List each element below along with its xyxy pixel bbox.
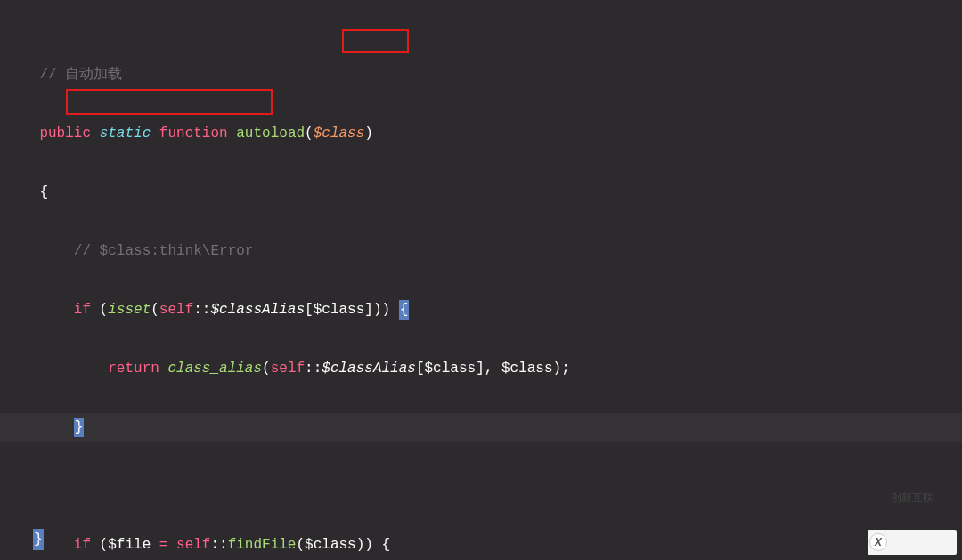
- watermark: X 创新互联 CHUANG XIN HU LIAN: [868, 530, 957, 555]
- bracket-highlight: }: [74, 418, 85, 437]
- code-line: // 自动加载: [0, 61, 962, 90]
- watermark-text: 创新互联: [891, 492, 955, 504]
- annotation-box: [342, 29, 409, 53]
- watermark-logo-icon: X: [869, 533, 887, 551]
- bracket-highlight: {: [399, 300, 410, 320]
- code-line: // $class:think\Error: [0, 237, 962, 266]
- comment: // 自动加载: [39, 67, 122, 83]
- code-line: public static function autoload($class): [0, 119, 962, 149]
- bracket-highlight: }: [33, 529, 44, 550]
- code-line: if (isset(self::$classAlias[$class])) {: [0, 296, 962, 325]
- code-line-current: }: [0, 413, 962, 442]
- annotation-box: [66, 89, 273, 115]
- code-line: return class_alias(self::$classAlias[$cl…: [0, 354, 962, 384]
- code-editor[interactable]: // 自动加载 public static function autoload(…: [0, 0, 962, 560]
- code-line: if ($file = self::findFile($class)) {: [0, 531, 962, 560]
- code-line: {: [0, 178, 962, 207]
- code-line: [0, 472, 962, 501]
